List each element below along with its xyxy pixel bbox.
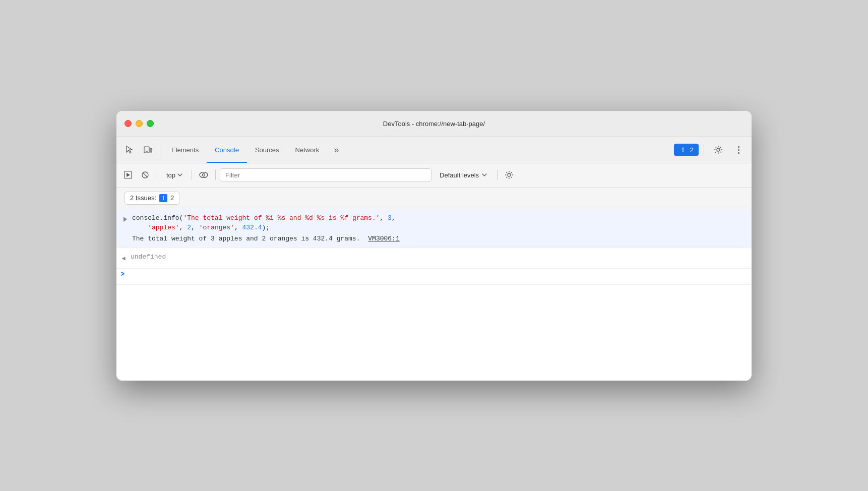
issues-prefix: 2 Issues: (130, 194, 156, 202)
device-icon (143, 145, 152, 154)
output-text: The total weight of 3 apples and 2 orang… (132, 235, 360, 242)
minimize-button[interactable] (136, 120, 143, 127)
console-output: console.info('The total weight of %i %s … (116, 209, 752, 381)
code-text-9: , (191, 224, 199, 231)
toolbar-divider-2 (192, 170, 192, 180)
settings-button[interactable] (709, 141, 727, 159)
issues-bar-count: 2 (170, 194, 174, 202)
context-selector[interactable]: top (161, 169, 188, 181)
traffic-lights (125, 120, 154, 127)
toolbar-divider-3 (215, 170, 216, 180)
eye-icon (199, 172, 208, 178)
issues-bar: 2 Issues: 2 (116, 188, 752, 209)
tab-elements[interactable]: Elements (163, 137, 207, 163)
expand-right-icon (123, 217, 127, 222)
console-entry-info: console.info('The total weight of %i %s … (116, 209, 752, 249)
console-settings-button[interactable] (502, 167, 517, 182)
run-script-button[interactable] (120, 167, 136, 182)
code-text-11: , (234, 224, 242, 231)
code-text-13: ); (262, 224, 270, 231)
code-text-5: , (392, 214, 396, 222)
code-text-4: 3 (388, 214, 392, 222)
svg-marker-5 (127, 173, 130, 177)
undefined-text: undefined (131, 253, 166, 261)
window-title: DevTools - chrome://new-tab-page/ (383, 120, 485, 128)
inspect-element-button[interactable] (120, 141, 139, 159)
eye-button[interactable] (196, 167, 211, 182)
tab-sources[interactable]: Sources (247, 137, 287, 163)
chevron-down-icon-levels (482, 173, 487, 176)
tab-network[interactable]: Network (287, 137, 328, 163)
svg-point-10 (508, 173, 511, 176)
svg-point-9 (203, 174, 205, 176)
gear-icon (714, 145, 723, 154)
maximize-button[interactable] (147, 120, 154, 127)
output-line: The total weight of 3 apples and 2 orang… (132, 233, 748, 244)
console-entry-content: console.info('The total weight of %i %s … (132, 211, 748, 246)
console-entry-undefined: ◀ undefined (116, 248, 752, 269)
tab-divider-left (160, 144, 160, 156)
code-text-2: 'The total weight of %i %s and %d %s is … (183, 214, 380, 222)
svg-point-8 (200, 172, 208, 178)
chevron-down-icon (177, 173, 182, 176)
tab-divider-right (704, 144, 704, 156)
cursor-icon (125, 145, 134, 154)
left-arrow-icon: ◀ (121, 255, 125, 262)
more-dots-icon (738, 146, 739, 154)
code-line-2: 'apples', 2, 'oranges', 432.4); (132, 223, 748, 233)
play-icon (124, 171, 132, 179)
clear-console-button[interactable] (138, 167, 153, 182)
more-tabs-button[interactable]: » (327, 141, 345, 159)
issues-bar-icon (159, 194, 167, 202)
console-entry-prompt[interactable] (116, 269, 752, 285)
expand-arrow-undefined: ◀ (116, 250, 131, 266)
issues-badge-button[interactable]: 2 (674, 144, 699, 156)
code-text-1: console.info( (132, 214, 183, 222)
toolbar-divider-1 (157, 170, 157, 180)
devtools-window: DevTools - chrome://new-tab-page/ Elemen… (116, 111, 752, 381)
prompt-input-area[interactable] (131, 271, 748, 275)
prompt-arrow-icon (116, 271, 131, 277)
code-text-6: 'apples' (148, 224, 179, 231)
svg-point-3 (717, 148, 720, 151)
expand-arrow-info[interactable] (118, 211, 132, 227)
ban-icon (141, 171, 149, 179)
tab-bar: Elements Console Sources Network » 2 (116, 137, 752, 163)
undefined-content: undefined (131, 250, 748, 264)
svg-rect-1 (150, 148, 152, 152)
more-options-button[interactable] (729, 141, 748, 159)
tab-console[interactable]: Console (207, 137, 247, 163)
toolbar-divider-4 (497, 170, 498, 180)
code-text-7: , (179, 224, 188, 231)
filter-input[interactable] (220, 168, 431, 181)
vm-link[interactable]: VM3006:1 (368, 235, 399, 242)
svg-line-7 (143, 173, 148, 177)
device-toolbar-button[interactable] (139, 141, 157, 159)
code-text-3: , (380, 214, 388, 222)
code-text-12: 432.4 (242, 224, 262, 231)
default-levels-button[interactable]: Default levels (433, 169, 493, 181)
title-bar: DevTools - chrome://new-tab-page/ (116, 111, 752, 137)
issues-bar-badge[interactable]: 2 Issues: 2 (125, 192, 179, 205)
issues-icon (679, 146, 687, 154)
settings-gear-icon (505, 170, 514, 179)
close-button[interactable] (125, 120, 132, 127)
code-line-1: console.info('The total weight of %i %s … (132, 213, 748, 223)
code-text-8: 2 (187, 224, 191, 231)
code-text-10: 'oranges' (199, 224, 234, 231)
console-toolbar: top Default levels (116, 163, 752, 188)
tab-bar-right: 2 (674, 141, 748, 159)
